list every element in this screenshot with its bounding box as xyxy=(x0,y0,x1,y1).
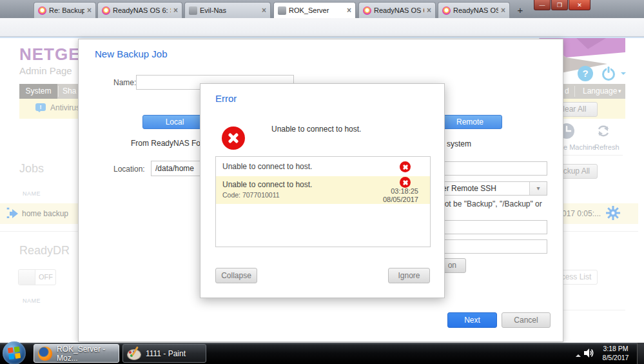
error-row-time: 03:18:25 xyxy=(391,187,418,195)
error-row-code: Code: 7077010011 xyxy=(222,191,280,199)
netgear-community-icon xyxy=(363,6,371,15)
error-row-text: Unable to connect to host. xyxy=(222,180,312,189)
taskbar: ROK_Server - Moz... 1111 - Paint 3:18 PM… xyxy=(0,343,644,364)
tab-title: ReadyNAS OS 6: SSH xyxy=(453,6,498,14)
remote-button[interactable]: Remote xyxy=(438,115,502,129)
tab-close-icon[interactable]: × xyxy=(173,7,178,14)
netgear-community-icon xyxy=(38,6,46,15)
clock[interactable]: 3:18 PM 8/5/2017 xyxy=(598,344,634,362)
taskbar-button-label: ROK_Server - Moz... xyxy=(57,345,119,363)
window-controls: — ❐ ✕ xyxy=(533,0,590,10)
cancel-button[interactable]: Cancel xyxy=(502,312,551,328)
location-label: Location: xyxy=(113,165,145,174)
chevron-down-icon[interactable]: ▾ xyxy=(529,182,547,195)
tab-title: Re: Backup home fo xyxy=(49,6,84,14)
ignore-button[interactable]: Ignore xyxy=(388,268,430,283)
browser-tab[interactable]: ReadyNAS OS 6: Set × xyxy=(97,2,182,18)
path-note-fragment: not be "Backup", "/Backup" or xyxy=(440,199,542,208)
taskbar-button-label: 1111 - Paint xyxy=(146,349,186,358)
tab-title: Evil-Nas xyxy=(200,6,259,14)
admin-page: NETGEAR Admin Page ? System Sha d xyxy=(0,37,644,343)
taskbar-firefox-button[interactable]: ROK_Server - Moz... xyxy=(34,344,119,363)
collapse-button[interactable]: Collapse xyxy=(215,268,257,283)
error-badge-icon xyxy=(400,177,411,188)
taskbar-paint-button[interactable]: 1111 - Paint xyxy=(122,344,206,363)
close-button[interactable]: ✕ xyxy=(569,0,590,10)
new-tab-button[interactable]: + xyxy=(512,4,528,16)
tab-close-icon[interactable]: × xyxy=(262,7,266,14)
tab-close-icon[interactable]: × xyxy=(347,7,351,14)
error-dialog-title: Error xyxy=(215,93,237,104)
error-row-text: Unable to connect to host. xyxy=(222,162,312,171)
error-row-date: 08/05/2017 xyxy=(383,196,418,203)
dialog-title: New Backup Job xyxy=(95,48,168,59)
tab-title: ROK_Server xyxy=(289,6,344,14)
netgear-community-icon xyxy=(102,6,110,15)
browser-tab[interactable]: Re: Backup home fo × xyxy=(34,2,96,18)
browser-tab[interactable]: Evil-Nas × xyxy=(184,2,271,18)
firefox-icon xyxy=(38,347,52,361)
name-label: Name: xyxy=(113,78,136,87)
screen: Re: Backup home fo × ReadyNAS OS 6: Set … xyxy=(0,0,644,364)
tab-close-icon[interactable]: × xyxy=(427,7,431,14)
server-icon xyxy=(278,6,286,15)
error-row[interactable]: Unable to connect to host. Code: 7077010… xyxy=(216,176,430,204)
server-icon xyxy=(189,6,197,15)
error-dialog: Error Unable to connect to host. Unable … xyxy=(200,83,445,298)
tray-time: 3:18 PM xyxy=(598,344,634,353)
tray-date: 8/5/2017 xyxy=(598,353,634,362)
start-button[interactable] xyxy=(3,341,26,364)
browser-tab[interactable]: ReadyNAS OS 6: Set × xyxy=(358,2,436,18)
restore-button[interactable]: ❐ xyxy=(551,0,568,10)
error-list: Unable to connect to host. Unable to con… xyxy=(215,156,431,247)
browser-tab-active[interactable]: ROK_Server × xyxy=(273,2,356,18)
error-icon xyxy=(222,126,245,150)
show-desktop-button[interactable] xyxy=(637,343,644,364)
error-badge-icon xyxy=(400,161,411,172)
error-row[interactable]: Unable to connect to host. xyxy=(216,157,430,176)
netgear-community-icon xyxy=(442,6,451,15)
paint-icon xyxy=(127,347,141,361)
system-text-fragment: e system xyxy=(440,139,471,148)
tray-expand-icon[interactable] xyxy=(576,352,581,357)
volume-icon[interactable] xyxy=(583,348,595,358)
tab-close-icon[interactable]: × xyxy=(87,7,92,14)
local-button[interactable]: Local xyxy=(142,115,207,129)
browser-tab-strip: Re: Backup home fo × ReadyNAS OS 6: Set … xyxy=(0,0,644,18)
browser-tab[interactable]: ReadyNAS OS 6: SSH × xyxy=(438,2,510,18)
minimize-button[interactable]: — xyxy=(534,0,551,10)
windows-flag-icon xyxy=(8,347,21,359)
next-button[interactable]: Next xyxy=(447,312,497,328)
tab-title: ReadyNAS OS 6: Set xyxy=(113,6,171,14)
tab-close-icon[interactable]: × xyxy=(501,7,505,14)
tab-title: ReadyNAS OS 6: Set xyxy=(374,6,424,14)
error-message: Unable to connect to host. xyxy=(271,125,361,134)
protocol-value: er Remote SSH xyxy=(442,184,496,193)
browser-navbar: ← → i 90% ⟳ → ☆ ↓ ⌂ ≡ xyxy=(0,18,644,37)
